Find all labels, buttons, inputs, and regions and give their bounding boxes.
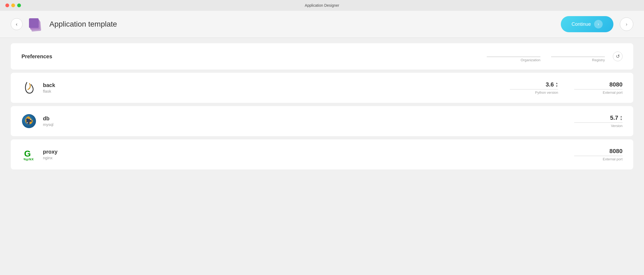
stepper-down-icon[interactable]: ▼ bbox=[620, 118, 623, 121]
service-panel-proxy: G NgiNX proxy nginx 8080 External port bbox=[11, 139, 633, 169]
nginx-icon-container: G NgiNX bbox=[21, 147, 36, 162]
svg-point-2 bbox=[26, 118, 28, 121]
db-version-label: Version bbox=[611, 124, 623, 128]
svg-text:G: G bbox=[24, 149, 31, 158]
header: ‹ Application template Continue › › bbox=[0, 11, 644, 38]
python-version-row: 3.6 ▲ ▼ bbox=[510, 81, 558, 88]
python-version-divider bbox=[510, 89, 558, 89]
refresh-button[interactable]: ↺ bbox=[613, 52, 623, 61]
proxy-service-fields: 8080 External port bbox=[574, 148, 623, 161]
registry-label: Registry bbox=[592, 58, 605, 62]
traffic-lights bbox=[5, 3, 21, 7]
window-title: Application Designer bbox=[305, 3, 339, 8]
proxy-port-value: 8080 bbox=[609, 148, 623, 155]
db-version-value: 5.7 bbox=[610, 114, 619, 121]
back-service-info: back flask bbox=[43, 82, 503, 93]
back-button[interactable]: ‹ bbox=[11, 18, 23, 30]
proxy-service-type: nginx bbox=[43, 155, 568, 160]
flask-icon-container bbox=[21, 80, 36, 95]
service-panel-db: db mysql 5.7 ▲ ▼ Version bbox=[11, 106, 633, 136]
python-version-field: 3.6 ▲ ▼ Python version bbox=[510, 81, 558, 95]
back-service-type: flask bbox=[43, 89, 503, 93]
db-service-name: db bbox=[43, 115, 568, 122]
organization-field: Organization bbox=[487, 51, 540, 62]
mysql-icon bbox=[21, 114, 36, 129]
close-button[interactable] bbox=[5, 3, 9, 7]
svg-point-5 bbox=[27, 122, 28, 123]
stepper-down-icon[interactable]: ▼ bbox=[555, 85, 558, 88]
svg-text:NgiNX: NgiNX bbox=[24, 158, 34, 161]
python-version-label: Python version bbox=[535, 91, 558, 95]
main-content: ‹ Application template Continue › › Pref… bbox=[0, 11, 644, 275]
db-version-row: 5.7 ▲ ▼ bbox=[574, 114, 623, 121]
app-icon bbox=[29, 17, 43, 31]
db-version-divider bbox=[574, 122, 623, 123]
continue-arrow-icon: › bbox=[594, 20, 603, 28]
title-bar: Application Designer bbox=[0, 0, 644, 11]
continue-label: Continue bbox=[572, 21, 591, 27]
db-service-fields: 5.7 ▲ ▼ Version bbox=[574, 114, 623, 128]
proxy-port-divider bbox=[574, 156, 623, 156]
back-port-value: 8080 bbox=[609, 81, 623, 88]
proxy-external-port-field: 8080 External port bbox=[574, 148, 623, 161]
back-port-row: 8080 bbox=[574, 81, 623, 88]
proxy-service-name: proxy bbox=[43, 149, 568, 155]
back-service-fields: 3.6 ▲ ▼ Python version 8080 External por… bbox=[510, 81, 623, 95]
db-service-type: mysql bbox=[43, 122, 568, 127]
layer-3 bbox=[29, 18, 39, 28]
proxy-port-row: 8080 bbox=[574, 148, 623, 155]
circle-arrow-icon: › bbox=[626, 21, 627, 27]
refresh-icon: ↺ bbox=[616, 53, 620, 59]
back-external-port-field: 8080 External port bbox=[574, 81, 623, 95]
svg-point-3 bbox=[30, 122, 32, 124]
preferences-panel: Preferences Organization Registry ↺ bbox=[11, 43, 633, 70]
panels-container: Preferences Organization Registry ↺ bbox=[0, 38, 644, 275]
python-version-value: 3.6 bbox=[546, 81, 554, 88]
db-service-info: db mysql bbox=[43, 115, 568, 127]
python-version-stepper[interactable]: ▲ ▼ bbox=[555, 82, 558, 88]
flask-icon bbox=[22, 81, 36, 95]
maximize-button[interactable] bbox=[17, 3, 21, 7]
back-port-label: External port bbox=[603, 91, 623, 95]
registry-field: Registry bbox=[551, 51, 605, 62]
mysql-icon-container bbox=[21, 114, 36, 129]
back-arrow-icon: ‹ bbox=[16, 21, 17, 27]
back-port-divider bbox=[574, 89, 623, 89]
registry-input[interactable] bbox=[551, 51, 605, 57]
organization-label: Organization bbox=[521, 58, 540, 62]
proxy-service-info: proxy nginx bbox=[43, 149, 568, 160]
nginx-icon: G NgiNX bbox=[22, 147, 36, 161]
minimize-button[interactable] bbox=[11, 3, 15, 7]
db-version-field: 5.7 ▲ ▼ Version bbox=[574, 114, 623, 128]
page-title: Application template bbox=[49, 20, 554, 28]
preferences-title: Preferences bbox=[21, 53, 481, 60]
proxy-port-label: External port bbox=[603, 157, 623, 161]
db-version-stepper[interactable]: ▲ ▼ bbox=[620, 115, 623, 121]
stepper-up-icon[interactable]: ▲ bbox=[555, 82, 558, 85]
preferences-fields: Organization Registry bbox=[487, 51, 605, 62]
svg-point-4 bbox=[30, 119, 31, 120]
organization-input[interactable] bbox=[487, 51, 540, 57]
service-panel-back: back flask 3.6 ▲ ▼ Python version bbox=[11, 73, 633, 103]
extra-circle-button[interactable]: › bbox=[620, 17, 633, 31]
stepper-up-icon[interactable]: ▲ bbox=[620, 115, 623, 118]
back-service-name: back bbox=[43, 82, 503, 88]
continue-button[interactable]: Continue › bbox=[561, 16, 613, 32]
